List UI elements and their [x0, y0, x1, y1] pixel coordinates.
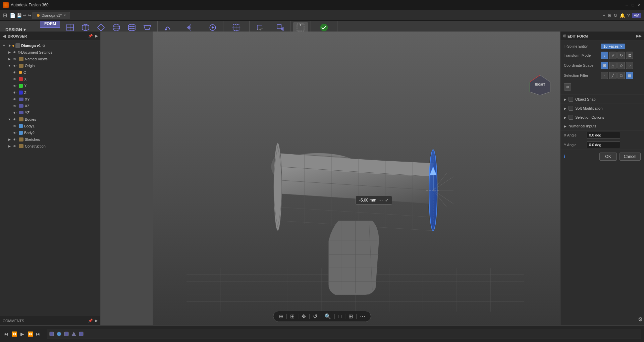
- tree-origin-XY[interactable]: 👁 XY: [0, 96, 100, 103]
- root-settings-icon[interactable]: ⚙: [42, 44, 45, 48]
- tree-origin-X[interactable]: 👁 X: [0, 76, 100, 82]
- transform-mode-btn-2[interactable]: ↻: [618, 52, 625, 59]
- tree-origin-O[interactable]: 👁 O: [0, 69, 100, 76]
- tspline-clear-btn[interactable]: ✕: [620, 45, 623, 48]
- sketches-eye[interactable]: 👁: [12, 137, 17, 142]
- comments-collapse-icon[interactable]: ▶: [95, 319, 98, 323]
- playback-next-btn[interactable]: ⏩: [27, 331, 34, 337]
- settings-gear-icon[interactable]: ⚙: [638, 316, 643, 323]
- view-gizmo[interactable]: RIGHT: [527, 72, 553, 99]
- transform-mode-btn-3[interactable]: ⊡: [626, 52, 633, 59]
- soft-modification-section[interactable]: ▶ Soft Modification: [560, 104, 644, 113]
- root-visibility-eye[interactable]: 👁: [7, 43, 12, 48]
- transform-mode-btn-1[interactable]: ⇄: [609, 52, 616, 59]
- user-avatar[interactable]: AM: [632, 13, 642, 18]
- sketches-arrow[interactable]: ▶: [7, 137, 12, 142]
- browser-collapse-icon[interactable]: ▶: [95, 34, 98, 38]
- coord-space-btn-1[interactable]: △: [609, 62, 616, 69]
- cancel-button[interactable]: Cancel: [620, 153, 641, 161]
- timeline-area[interactable]: [47, 329, 641, 339]
- sel-filter-btn-3[interactable]: ▦: [626, 72, 633, 79]
- vbc-pan-btn[interactable]: ✥: [300, 312, 307, 320]
- help-icon[interactable]: ?: [627, 13, 630, 18]
- sel-filter-btn-0[interactable]: ◦: [601, 72, 608, 79]
- named-views-eye[interactable]: 👁: [12, 56, 17, 62]
- vbc-more-btn[interactable]: ⋯: [359, 312, 367, 320]
- sel-filter-btn-1[interactable]: ╱: [609, 72, 616, 79]
- tree-origin-Y[interactable]: 👁 Y: [0, 82, 100, 89]
- undo-icon[interactable]: ↩: [23, 13, 26, 18]
- playback-to-end-btn[interactable]: ⏭: [35, 331, 42, 337]
- numerical-inputs-section[interactable]: ▶ Numerical Inputs: [560, 122, 644, 130]
- y-angle-input[interactable]: [587, 141, 620, 148]
- vbc-undo-btn[interactable]: ↺: [312, 312, 319, 320]
- body2-eye[interactable]: 👁: [12, 130, 17, 135]
- coord-space-btn-0[interactable]: ⊞: [601, 62, 608, 69]
- tree-origin[interactable]: ▼ 👁 Origin: [0, 62, 100, 69]
- vbc-orbit-btn[interactable]: ⊕: [277, 312, 284, 320]
- minimize-btn[interactable]: ─: [625, 3, 629, 7]
- coord-space-btn-2[interactable]: ◇: [618, 62, 625, 69]
- origin-arrow[interactable]: ▼: [7, 63, 12, 68]
- origin-o-eye[interactable]: 👁: [12, 70, 17, 75]
- browser-back-icon[interactable]: ◀: [3, 34, 6, 39]
- home-btn[interactable]: ⊕: [607, 13, 611, 18]
- object-snap-section[interactable]: ▶ Object Snap: [560, 95, 644, 104]
- doc-settings-arrow[interactable]: ▶: [7, 50, 12, 55]
- object-snap-checkbox[interactable]: [569, 97, 573, 102]
- doc-settings-eye[interactable]: 👁: [12, 50, 17, 55]
- origin-z-eye[interactable]: 👁: [12, 90, 17, 95]
- comments-pin-icon[interactable]: 📌: [88, 319, 93, 323]
- tree-origin-YZ[interactable]: 👁 YZ: [0, 109, 100, 116]
- coord-space-btn-3[interactable]: ○: [626, 62, 633, 69]
- sel-options-checkbox[interactable]: [569, 115, 573, 120]
- origin-eye[interactable]: 👁: [12, 63, 17, 68]
- redo-icon[interactable]: ↪: [28, 13, 31, 18]
- tab-close-btn[interactable]: ×: [64, 13, 66, 17]
- tree-root[interactable]: ▼ 👁 ● Dianoga v1 ⚙: [0, 42, 100, 49]
- tspline-tag[interactable]: 16 Faces ✕: [601, 44, 625, 49]
- named-views-arrow[interactable]: ▶: [7, 56, 12, 62]
- notification-icon[interactable]: 🔔: [620, 13, 625, 18]
- vbc-display-btn[interactable]: □: [337, 313, 343, 320]
- save-icon[interactable]: 💾: [17, 13, 22, 18]
- new-tab-btn[interactable]: +: [603, 13, 605, 18]
- tree-body1[interactable]: 👁 Body1: [0, 123, 100, 129]
- vbc-grid-btn[interactable]: ⊞: [347, 312, 354, 320]
- timeline-icon-2[interactable]: [63, 331, 69, 337]
- body1-eye[interactable]: 👁: [12, 123, 17, 129]
- timeline-icon-3[interactable]: [71, 331, 77, 337]
- window-controls[interactable]: ─ □ ✕: [625, 3, 641, 7]
- measure-expand-btn[interactable]: ⤢: [385, 198, 388, 203]
- tree-origin-Z[interactable]: 👁 Z: [0, 89, 100, 96]
- bodies-arrow[interactable]: ▼: [7, 117, 12, 122]
- playback-to-start-btn[interactable]: ⏮: [3, 331, 9, 337]
- tree-document-settings[interactable]: ▶ 👁 ⚙ Document Settings: [0, 49, 100, 56]
- form-tab[interactable]: FORM: [40, 21, 60, 28]
- measure-options-btn[interactable]: ⋯: [378, 197, 383, 203]
- timeline-icon-4[interactable]: [78, 331, 84, 337]
- root-collapse-arrow[interactable]: ▼: [1, 43, 7, 48]
- close-btn[interactable]: ✕: [637, 3, 641, 7]
- vbc-zoom-btn[interactable]: 🔍: [323, 312, 332, 320]
- playback-prev-btn[interactable]: ⏪: [11, 331, 17, 337]
- refresh-btn[interactable]: ↻: [613, 13, 618, 18]
- tree-bodies[interactable]: ▼ 👁 Bodies: [0, 116, 100, 123]
- soft-mod-checkbox[interactable]: [569, 106, 573, 111]
- timeline-icon-0[interactable]: [49, 331, 55, 337]
- origin-x-eye[interactable]: 👁: [12, 76, 17, 82]
- file-icon[interactable]: 📄: [10, 13, 15, 18]
- tree-body2[interactable]: 👁 Body2: [0, 129, 100, 136]
- sel-filter-extra-btn[interactable]: ⊕: [564, 83, 571, 91]
- browser-pin-icon[interactable]: 📌: [88, 34, 93, 38]
- vbc-fit-btn[interactable]: ⊞: [289, 312, 296, 320]
- x-angle-input[interactable]: [587, 132, 620, 138]
- selection-options-section[interactable]: ▶ Selection Options: [560, 113, 644, 122]
- tree-construction[interactable]: ▶ 👁 Construction: [0, 143, 100, 150]
- bodies-eye[interactable]: 👁: [12, 117, 17, 122]
- tree-sketches[interactable]: ▶ 👁 Sketches: [0, 136, 100, 143]
- origin-xz-eye[interactable]: 👁: [12, 103, 17, 109]
- origin-y-eye[interactable]: 👁: [12, 83, 17, 89]
- playback-play-btn[interactable]: ▶: [19, 331, 25, 337]
- origin-yz-eye[interactable]: 👁: [12, 110, 17, 115]
